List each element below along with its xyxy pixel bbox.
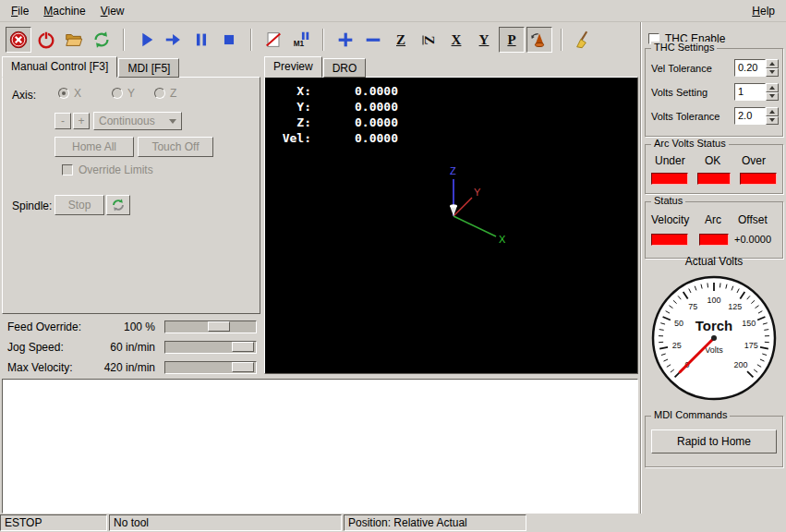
- menu-machine[interactable]: Machine: [36, 2, 92, 20]
- feed-override-slider[interactable]: [164, 320, 257, 333]
- ok-led: [697, 173, 731, 185]
- slider-handle[interactable]: [232, 362, 254, 372]
- volts-tolerance-input[interactable]: 2.0: [734, 107, 766, 125]
- vel-tolerance-input[interactable]: 0.20: [734, 59, 766, 77]
- optional-pause-button[interactable]: M1: [288, 27, 314, 53]
- override-limits-checkbox[interactable]: [62, 164, 73, 175]
- tab-dro[interactable]: DRO: [323, 58, 367, 78]
- tab-manual-control[interactable]: Manual Control [F3]: [2, 56, 117, 78]
- estop-button[interactable]: [6, 27, 31, 53]
- jog-mode-value: Continuous: [94, 115, 169, 127]
- view-z-button[interactable]: Z: [388, 27, 414, 53]
- volts-setting-input[interactable]: 1: [734, 83, 766, 101]
- spindle-brake-icon: [111, 198, 126, 212]
- menu-help[interactable]: Help: [744, 2, 782, 20]
- view-y-button[interactable]: Y: [471, 27, 497, 53]
- feed-override-label: Feed Override:: [7, 320, 81, 333]
- spin-up-button[interactable]: [766, 83, 779, 92]
- axis-y-label: Y: [127, 87, 135, 100]
- rapid-to-home-button[interactable]: Rapid to Home: [651, 429, 777, 453]
- thc-panel: THC Enable THC Settings Vel Tolerance 0.…: [640, 22, 786, 514]
- zoom-out-button[interactable]: [360, 27, 386, 53]
- menu-help-label: Help: [752, 5, 775, 18]
- menu-file[interactable]: File: [4, 2, 36, 20]
- view-perspective-letter: P: [507, 32, 515, 48]
- spindle-stop-button[interactable]: Stop: [54, 195, 104, 215]
- spin-down-button[interactable]: [766, 68, 779, 78]
- arc-volts-status-group: Arc Volts Status Under OK Over: [645, 144, 783, 194]
- log-text-area[interactable]: [2, 379, 638, 514]
- thc-settings-group: THC Settings Vel Tolerance 0.20 Volts Se…: [645, 48, 783, 137]
- svg-text:Z: Z: [450, 165, 456, 176]
- axes-indicator: Z Y X: [265, 78, 637, 373]
- menu-file-label: File: [11, 5, 29, 18]
- view-z-rotated-button[interactable]: Z: [416, 27, 441, 53]
- svg-text:25: 25: [672, 341, 682, 350]
- tab-preview[interactable]: Preview: [264, 56, 322, 78]
- view-x-button[interactable]: X: [443, 27, 469, 53]
- stop-button[interactable]: [216, 27, 242, 53]
- jog-plus-button[interactable]: +: [73, 113, 90, 129]
- machine-power-button[interactable]: [33, 27, 59, 53]
- pause-button[interactable]: [188, 27, 214, 53]
- reload-file-button[interactable]: [89, 27, 115, 53]
- feed-override-value: 100 %: [81, 320, 155, 333]
- under-led: [651, 173, 688, 185]
- jog-mode-dropdown[interactable]: Continuous: [93, 112, 182, 130]
- radio-circle-icon: [154, 88, 165, 99]
- zoom-in-icon: [335, 30, 356, 50]
- under-label: Under: [655, 154, 685, 167]
- slider-handle[interactable]: [208, 321, 230, 332]
- slider-handle[interactable]: [232, 342, 254, 352]
- axis-z-radio[interactable]: Z: [154, 87, 176, 100]
- mdi-commands-title: MDI Commands: [651, 409, 730, 420]
- menu-view[interactable]: View: [93, 2, 132, 20]
- tab-mdi[interactable]: MDI [F5]: [118, 58, 179, 78]
- feed-override-row: Feed Override: 100 %: [0, 320, 262, 337]
- max-velocity-row: Max Velocity: 420 in/min: [0, 361, 262, 378]
- step-button[interactable]: [161, 27, 187, 53]
- step-arrow-icon: [163, 30, 184, 50]
- run-from-line-button[interactable]: [260, 27, 286, 53]
- volts-setting-spinbox: 1: [734, 83, 779, 101]
- override-limits-label: Override Limits: [79, 163, 153, 176]
- run-program-button[interactable]: [133, 27, 159, 53]
- spin-up-button[interactable]: [766, 107, 779, 116]
- jog-speed-slider[interactable]: [164, 341, 257, 354]
- axis-y-radio[interactable]: Y: [112, 87, 135, 100]
- max-velocity-value: 420 in/min: [81, 361, 155, 374]
- spin-down-button[interactable]: [766, 92, 779, 102]
- vel-tolerance-spinbox: 0.20: [734, 59, 779, 77]
- view-perspective-button[interactable]: P: [499, 27, 525, 53]
- preview-canvas[interactable]: X:0.0000 Y:0.0000 Z:0.0000 Vel:0.0000 Z …: [264, 77, 638, 374]
- preview-panel: Preview DRO X:0.0000 Y:0.0000 Z:0.0000 V…: [262, 57, 640, 377]
- app-window: File Machine View Help: [0, 0, 786, 532]
- over-label: Over: [742, 154, 766, 167]
- machine-power-icon: [36, 30, 56, 50]
- svg-text:50: 50: [674, 319, 683, 328]
- svg-text:Torch: Torch: [695, 318, 733, 333]
- spin-up-button[interactable]: [766, 59, 779, 68]
- zoom-in-button[interactable]: [333, 27, 358, 53]
- jog-speed-row: Jog Speed: 60 in/min: [0, 341, 262, 357]
- axis-x-radio[interactable]: X: [58, 87, 81, 100]
- offset-value: +0.0000: [734, 234, 771, 245]
- spindle-brake-button[interactable]: [106, 195, 130, 215]
- home-all-button[interactable]: Home All: [54, 137, 134, 157]
- svg-text:X: X: [499, 234, 506, 245]
- max-velocity-slider[interactable]: [164, 361, 257, 374]
- jog-minus-button[interactable]: -: [54, 113, 71, 129]
- axis-x-label: X: [74, 87, 81, 100]
- clear-plot-button[interactable]: [571, 27, 597, 53]
- zoom-out-icon: [363, 30, 383, 50]
- open-file-button[interactable]: [61, 27, 87, 53]
- svg-text:175: 175: [744, 341, 758, 350]
- touch-off-button[interactable]: Touch Off: [138, 137, 213, 157]
- triangle-up-icon: [769, 62, 775, 66]
- run-from-line-icon: [263, 30, 284, 50]
- preview-tabbar: Preview DRO: [264, 57, 367, 78]
- spin-down-button[interactable]: [766, 116, 779, 126]
- status-bar: ESTOP No tool Position: Relative Actual: [0, 514, 786, 532]
- left-tabbar: Manual Control [F3] MDI [F5]: [2, 57, 180, 78]
- rotate-view-button[interactable]: [526, 27, 552, 53]
